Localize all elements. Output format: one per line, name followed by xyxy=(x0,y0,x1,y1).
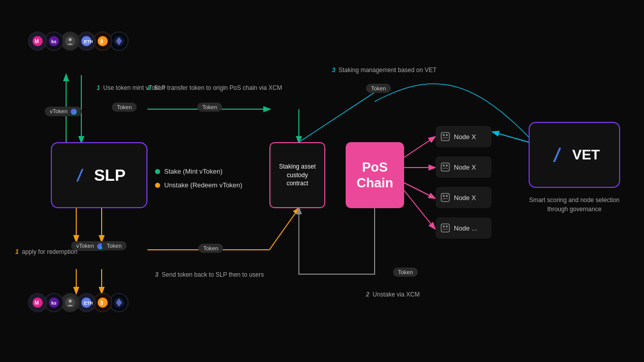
node-box-2: Node X xyxy=(436,156,492,178)
node-box-3: Node X xyxy=(436,187,492,208)
svg-line-5 xyxy=(404,183,435,198)
token-badge-top-slp: Token xyxy=(112,103,137,112)
token-badge-bottom-right: Token xyxy=(393,268,418,277)
step1-bottom-label: 1 apply for redemption xyxy=(15,248,77,256)
token-badge-top-right: Token xyxy=(366,84,391,93)
token-badge-bottom-path: Token xyxy=(198,244,223,253)
pos-chain-box: PoS Chain xyxy=(346,142,404,208)
step3-bottom-label: 3 Send token back to SLP then to users xyxy=(155,271,264,279)
node-icon-4 xyxy=(441,223,450,233)
diagram: M ks ETH ₿ M ks ETH ₿ xyxy=(0,0,644,362)
svg-point-43 xyxy=(446,225,448,227)
svg-text:ETH: ETH xyxy=(84,39,93,44)
step2-top-label: 2 SLP transfer token to origin PoS chain… xyxy=(147,84,282,92)
svg-line-7 xyxy=(493,132,529,142)
step2-bottom-label: 2 Unstake via XCM xyxy=(366,290,420,299)
node-icon-2 xyxy=(441,162,450,172)
svg-line-6 xyxy=(404,190,435,228)
svg-text:ETH: ETH xyxy=(84,301,93,306)
stake-dot xyxy=(155,169,160,174)
node-label-3: Node X xyxy=(454,194,476,202)
node-label-2: Node X xyxy=(454,163,476,171)
svg-point-18 xyxy=(98,36,108,46)
pos-chain-label: PoS Chain xyxy=(346,159,404,191)
svg-point-39 xyxy=(443,195,445,197)
svg-text:ks: ks xyxy=(51,301,56,306)
svg-rect-35 xyxy=(441,163,449,171)
token-badge-top-path: Token xyxy=(197,103,222,112)
unstake-dot xyxy=(155,183,160,188)
slp-box: SLP xyxy=(51,142,147,208)
svg-line-9 xyxy=(269,208,299,250)
svg-point-34 xyxy=(446,134,448,136)
vet-logo xyxy=(549,146,567,164)
staking-contract-box: Staking asset custody contract xyxy=(269,142,325,208)
slp-logo xyxy=(73,167,89,183)
token-icon-1: M xyxy=(28,31,47,51)
legend: Stake (Mint vToken) Unstake (Redeem vTok… xyxy=(155,168,242,189)
legend-unstake: Unstake (Redeem vToken) xyxy=(155,181,242,189)
svg-text:ks: ks xyxy=(51,39,56,44)
svg-line-3 xyxy=(404,137,435,157)
slp-label: SLP xyxy=(94,166,126,185)
legend-stake: Stake (Mint vToken) xyxy=(155,168,242,175)
svg-text:M: M xyxy=(35,39,39,44)
node-label-4: Node ... xyxy=(454,224,477,232)
token-badge-bottom-left: Token xyxy=(102,241,127,250)
svg-point-37 xyxy=(446,164,448,167)
svg-rect-32 xyxy=(441,133,449,141)
svg-point-26 xyxy=(69,300,72,303)
svg-rect-38 xyxy=(441,193,449,202)
node-icon-1 xyxy=(441,132,450,141)
step3-top-label: 3 Staking management based on VET xyxy=(332,66,437,75)
node-label-1: Node X xyxy=(454,133,476,141)
svg-point-36 xyxy=(443,164,445,167)
svg-text:M: M xyxy=(35,300,39,306)
bottom-token-icon-1: M xyxy=(28,293,47,312)
bottom-icons-group: M ks ETH ₿ xyxy=(28,293,129,312)
vet-sub-label: Smart scoring and node selection through… xyxy=(529,195,620,214)
svg-point-42 xyxy=(443,225,445,227)
svg-point-29 xyxy=(98,298,108,308)
vet-box: VET xyxy=(529,122,620,188)
vet-label: VET xyxy=(572,147,600,163)
svg-line-2 xyxy=(299,91,376,142)
node-box-1: Node X xyxy=(436,126,492,147)
svg-point-15 xyxy=(69,38,72,41)
svg-point-33 xyxy=(443,134,445,136)
staking-contract-label: Staking asset custody contract xyxy=(275,162,319,188)
top-icons-group: M ks ETH ₿ xyxy=(28,31,129,51)
svg-rect-41 xyxy=(441,224,449,232)
vtoken-badge-top: vToken xyxy=(45,107,82,116)
svg-point-40 xyxy=(446,195,448,197)
node-box-4: Node ... xyxy=(436,217,492,239)
node-icon-3 xyxy=(441,193,450,202)
